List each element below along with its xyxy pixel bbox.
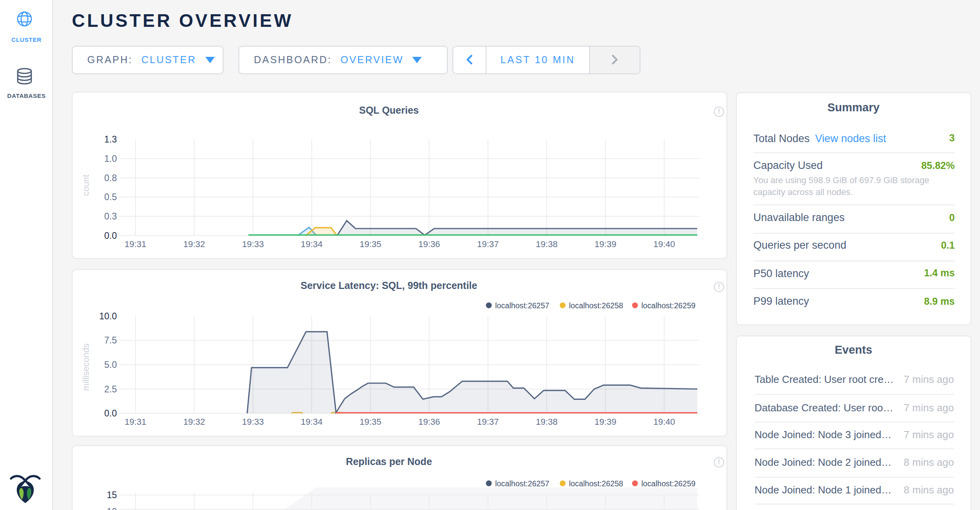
svg-text:0.3: 0.3 (104, 211, 116, 221)
svg-text:19:35: 19:35 (359, 416, 381, 426)
svg-text:10.0: 10.0 (99, 311, 116, 321)
svg-text:2.5: 2.5 (104, 384, 116, 394)
svg-text:19:38: 19:38 (535, 416, 557, 426)
svg-text:15: 15 (106, 489, 116, 500)
svg-text:0.5: 0.5 (104, 191, 116, 202)
svg-text:1.0: 1.0 (104, 153, 116, 163)
svg-text:1.3: 1.3 (104, 134, 116, 144)
svg-text:19:34: 19:34 (300, 239, 322, 249)
svg-text:localhost:26258: localhost:26258 (569, 301, 623, 309)
svg-text:0.8: 0.8 (104, 172, 116, 183)
svg-text:19:40: 19:40 (653, 416, 675, 426)
svg-text:19:34: 19:34 (300, 416, 322, 426)
svg-text:milliseconds: milliseconds (81, 343, 90, 390)
svg-text:19:31: 19:31 (124, 239, 146, 249)
svg-text:19:31: 19:31 (124, 416, 146, 426)
svg-text:19:37: 19:37 (477, 416, 498, 426)
svg-text:19:35: 19:35 (359, 239, 381, 249)
svg-text:localhost:26259: localhost:26259 (641, 479, 695, 488)
svg-text:19:32: 19:32 (183, 239, 205, 249)
svg-text:localhost:26258: localhost:26258 (569, 479, 623, 488)
svg-text:localhost:26257: localhost:26257 (495, 301, 549, 309)
svg-text:10: 10 (106, 506, 116, 510)
svg-text:5.0: 5.0 (104, 359, 116, 369)
svg-text:0.0: 0.0 (104, 230, 116, 240)
svg-text:19:39: 19:39 (594, 416, 616, 426)
svg-text:19:33: 19:33 (242, 239, 263, 249)
svg-text:19:32: 19:32 (183, 416, 205, 426)
svg-text:19:37: 19:37 (477, 239, 498, 249)
svg-text:localhost:26259: localhost:26259 (641, 301, 695, 309)
svg-text:0.0: 0.0 (104, 408, 116, 418)
svg-text:19:33: 19:33 (242, 416, 263, 426)
svg-text:19:39: 19:39 (594, 239, 616, 249)
svg-text:19:38: 19:38 (535, 239, 557, 249)
svg-text:localhost:26257: localhost:26257 (495, 479, 549, 488)
svg-text:19:36: 19:36 (418, 416, 439, 426)
svg-text:7.5: 7.5 (104, 335, 116, 345)
svg-text:count: count (81, 174, 90, 195)
svg-text:19:40: 19:40 (653, 239, 675, 249)
svg-text:19:36: 19:36 (418, 239, 439, 249)
